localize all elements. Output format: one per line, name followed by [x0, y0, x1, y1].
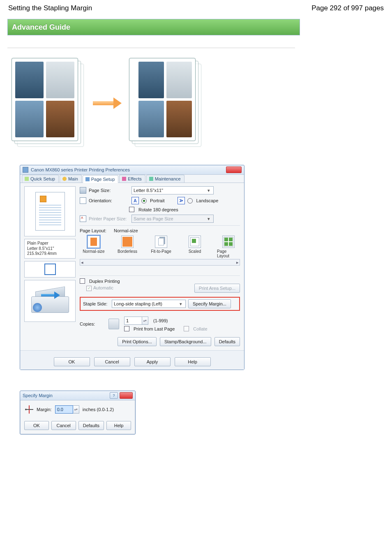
layout-normal[interactable]: Normal-size: [82, 236, 105, 258]
copies-range: (1-999): [153, 318, 168, 323]
staple-side-select[interactable]: Long-side stapling (Left)▾: [112, 300, 186, 308]
tab-label: Main: [68, 176, 78, 181]
printer-preview: [24, 280, 76, 322]
layout-pagelayout[interactable]: Page Layout: [217, 236, 240, 258]
defaults-button[interactable]: Defaults: [214, 337, 240, 346]
select-value: Same as Page Size: [134, 216, 173, 221]
tab-maintenance[interactable]: Maintenance: [146, 175, 184, 183]
print-last-label: Print from Last Page: [134, 326, 175, 331]
duplex-label: Duplex Printing: [89, 279, 120, 284]
help-icon[interactable]: ?: [110, 392, 118, 399]
print-options-button[interactable]: Print Options...: [118, 337, 157, 346]
page-counter: Page 292 of 997 pages: [311, 4, 384, 12]
duplex-checkbox[interactable]: [80, 278, 85, 284]
page-preview: [24, 186, 76, 236]
collate-label: Collate: [193, 326, 207, 331]
page-size-icon: [80, 187, 86, 194]
app-icon: [23, 167, 28, 173]
layout-preview: [24, 261, 76, 278]
ok-button[interactable]: OK: [24, 421, 49, 430]
margin-stepper[interactable]: ▴▾: [55, 405, 79, 414]
close-icon[interactable]: [226, 166, 242, 173]
rotate-checkbox[interactable]: [129, 207, 134, 212]
specify-margin-dialog: Specify Margin ? Margin: ▴▾ inches (0.0-…: [20, 391, 136, 435]
layout-item-label: Scaled: [189, 249, 201, 254]
arrow-icon: [93, 99, 122, 108]
divider: [7, 48, 295, 48]
copies-icon: [108, 319, 119, 329]
help-button[interactable]: Help: [106, 421, 131, 430]
portrait-radio[interactable]: [141, 198, 147, 204]
copies-stepper[interactable]: ▴▾: [124, 317, 148, 325]
select-value: Long-side stapling (Left): [114, 301, 162, 306]
print-area-setup-button: Print Area Setup...: [194, 284, 240, 293]
margin-input[interactable]: [55, 405, 73, 414]
margin-icon: [25, 405, 33, 414]
tab-main[interactable]: Main: [60, 175, 82, 183]
chevron-down-icon: ▾: [206, 188, 212, 193]
automatic-label: Automatic: [93, 285, 113, 290]
tab-page-setup[interactable]: Page Setup: [83, 175, 119, 183]
printing-preferences-dialog: Canon MX860 series Printer Printing Pref…: [20, 165, 244, 370]
margin-unit: inches (0.0-1.2): [83, 407, 114, 412]
help-button[interactable]: Help: [175, 357, 211, 366]
staple-side-highlight: Staple Side: Long-side stapling (Left)▾ …: [80, 297, 240, 311]
collate-checkbox: [184, 326, 189, 331]
guide-banner: Advanced Guide: [7, 19, 300, 35]
apply-button[interactable]: Apply: [134, 357, 171, 366]
layout-item-label: Borderless: [118, 249, 137, 254]
copies-input[interactable]: [124, 317, 142, 325]
page-size-label: Page Size:: [89, 188, 129, 193]
media-info: Plain Paper Letter 8.5"x11" 215.9x279.4m…: [24, 239, 76, 259]
page-size-select[interactable]: Letter 8.5"x11"▾: [131, 186, 214, 194]
automatic-checkbox: [86, 286, 92, 291]
defaults-button[interactable]: Defaults: [78, 421, 104, 430]
tab-label: Effects: [128, 176, 141, 181]
printer-paper-icon: [80, 215, 86, 222]
tab-effects[interactable]: Effects: [119, 175, 145, 183]
layout-item-label: Page Layout: [217, 249, 240, 258]
rotate-label: Rotate 180 degrees: [138, 207, 178, 212]
layout-scaled[interactable]: Scaled: [183, 236, 206, 258]
layout-label: Page Layout:: [80, 228, 106, 233]
tab-strip: Quick Setup Main Page Setup Effects Main…: [20, 175, 244, 183]
margin-label: Margin:: [37, 407, 52, 412]
cancel-button[interactable]: Cancel: [94, 357, 130, 366]
print-last-checkbox[interactable]: [124, 326, 129, 331]
page-title: Setting the Stapling Margin: [8, 4, 92, 12]
stamp-background-button[interactable]: Stamp/Background...: [160, 337, 211, 346]
margin-illustration: [12, 58, 385, 148]
portrait-icon: A: [131, 197, 139, 204]
orientation-label: Orientation:: [89, 198, 129, 203]
printer-paper-select: Same as Page Size▾: [131, 215, 214, 223]
media-type: Plain Paper: [27, 241, 73, 246]
landscape-icon: A: [178, 197, 185, 204]
media-size: Letter 8.5"x11" 215.9x279.4mm: [27, 246, 73, 257]
dialog-title: Specify Margin: [23, 393, 108, 398]
layout-item-label: Fit-to-Page: [151, 249, 171, 254]
portrait-label: Portrait: [150, 198, 164, 203]
dialog-title: Canon MX860 series Printer Printing Pref…: [31, 167, 226, 172]
specify-margin-button[interactable]: Specify Margin...: [188, 299, 231, 308]
select-value: Letter 8.5"x11": [134, 188, 163, 193]
chevron-down-icon: ▾: [178, 301, 184, 307]
orientation-icon: [80, 197, 86, 204]
staple-side-label: Staple Side:: [83, 301, 109, 306]
close-icon[interactable]: [120, 392, 133, 399]
layout-options: Normal-size Borderless Fit-to-Page Scale…: [82, 236, 240, 258]
chevron-down-icon: ▾: [206, 216, 212, 222]
layout-borderless[interactable]: Borderless: [116, 236, 139, 258]
tab-label: Page Setup: [91, 177, 115, 182]
layout-scrollbar[interactable]: ◂▸: [80, 259, 240, 266]
tab-label: Quick Setup: [30, 176, 55, 181]
layout-item-label: Normal-size: [83, 249, 104, 254]
printer-paper-label: Printer Paper Size:: [89, 216, 129, 221]
layout-fit[interactable]: Fit-to-Page: [150, 236, 173, 258]
copies-label: Copies:: [80, 321, 106, 326]
cancel-button[interactable]: Cancel: [51, 421, 76, 430]
tab-quick-setup[interactable]: Quick Setup: [22, 175, 59, 183]
ok-button[interactable]: OK: [54, 357, 90, 366]
tab-label: Maintenance: [155, 176, 181, 181]
landscape-radio[interactable]: [187, 198, 193, 204]
layout-value: Normal-size: [114, 228, 138, 233]
